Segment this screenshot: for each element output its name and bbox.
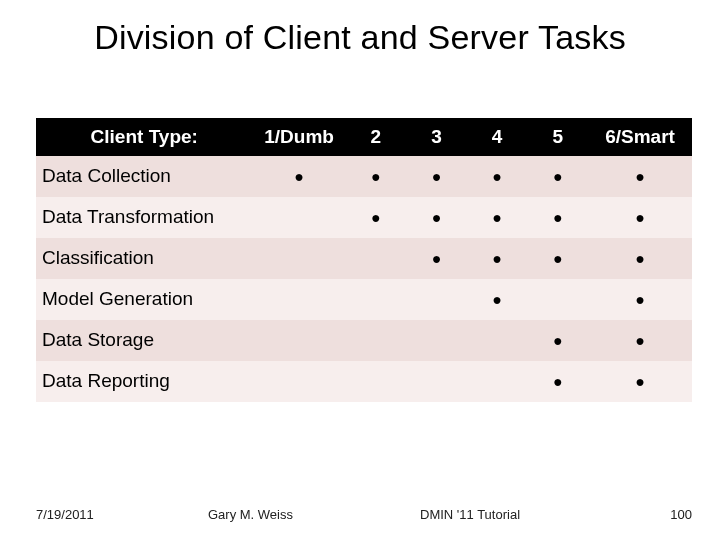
table-row: Data Reporting●●: [36, 361, 692, 402]
cell: ●: [588, 238, 692, 279]
cell: [253, 197, 346, 238]
footer-page: 100: [632, 507, 692, 522]
cell: ●: [588, 156, 692, 197]
footer-venue: DMIN '11 Tutorial: [420, 507, 580, 522]
col-header-5: 5: [527, 118, 588, 156]
dot-icon: ●: [432, 250, 442, 267]
table-row: Data Transformation●●●●●: [36, 197, 692, 238]
cell: [253, 361, 346, 402]
cell: [527, 279, 588, 320]
dot-icon: ●: [635, 168, 645, 185]
cell: [406, 279, 467, 320]
cell: [467, 361, 528, 402]
cell: ●: [467, 279, 528, 320]
col-header-4: 4: [467, 118, 528, 156]
cell: [253, 279, 346, 320]
row-label: Model Generation: [36, 279, 253, 320]
slide-footer: 7/19/2011 Gary M. Weiss DMIN '11 Tutoria…: [36, 507, 692, 522]
dot-icon: ●: [492, 209, 502, 226]
col-header-3: 3: [406, 118, 467, 156]
table-row: Data Storage●●: [36, 320, 692, 361]
row-label: Data Reporting: [36, 361, 253, 402]
col-header-2: 2: [346, 118, 407, 156]
dot-icon: ●: [432, 209, 442, 226]
cell: [346, 279, 407, 320]
cell: ●: [406, 197, 467, 238]
slide-title: Division of Client and Server Tasks: [0, 18, 720, 57]
cell: [253, 320, 346, 361]
dot-icon: ●: [294, 168, 304, 185]
cell: [346, 361, 407, 402]
dot-icon: ●: [635, 332, 645, 349]
dot-icon: ●: [553, 250, 563, 267]
dot-icon: ●: [492, 168, 502, 185]
row-label: Data Storage: [36, 320, 253, 361]
cell: ●: [588, 320, 692, 361]
cell: [406, 320, 467, 361]
cell: ●: [467, 156, 528, 197]
row-label: Data Transformation: [36, 197, 253, 238]
cell: ●: [467, 197, 528, 238]
footer-author: Gary M. Weiss: [208, 507, 368, 522]
row-label: Data Collection: [36, 156, 253, 197]
table-header-row: Client Type: 1/Dumb 2 3 4 5 6/Smart: [36, 118, 692, 156]
cell: ●: [346, 156, 407, 197]
dot-icon: ●: [635, 373, 645, 390]
cell: ●: [527, 197, 588, 238]
table-row: Model Generation●●: [36, 279, 692, 320]
dot-icon: ●: [635, 209, 645, 226]
dot-icon: ●: [492, 250, 502, 267]
task-table: Client Type: 1/Dumb 2 3 4 5 6/Smart Data…: [36, 118, 692, 402]
cell: ●: [588, 361, 692, 402]
dot-icon: ●: [635, 291, 645, 308]
table-row: Data Collection●●●●●●: [36, 156, 692, 197]
cell: ●: [467, 238, 528, 279]
cell: ●: [527, 361, 588, 402]
dot-icon: ●: [553, 168, 563, 185]
col-header-client-type: Client Type:: [36, 118, 253, 156]
cell: ●: [527, 156, 588, 197]
cell: [346, 238, 407, 279]
col-header-6: 6/Smart: [588, 118, 692, 156]
footer-date: 7/19/2011: [36, 507, 156, 522]
dot-icon: ●: [553, 332, 563, 349]
cell: ●: [346, 197, 407, 238]
cell: [406, 361, 467, 402]
slide: Division of Client and Server Tasks Clie…: [0, 0, 720, 540]
cell: [467, 320, 528, 361]
cell: ●: [588, 279, 692, 320]
dot-icon: ●: [432, 168, 442, 185]
cell: ●: [527, 320, 588, 361]
cell: ●: [253, 156, 346, 197]
col-header-1: 1/Dumb: [253, 118, 346, 156]
dot-icon: ●: [371, 168, 381, 185]
dot-icon: ●: [371, 209, 381, 226]
dot-icon: ●: [492, 291, 502, 308]
row-label: Classification: [36, 238, 253, 279]
cell: [346, 320, 407, 361]
cell: [253, 238, 346, 279]
cell: ●: [406, 238, 467, 279]
dot-icon: ●: [635, 250, 645, 267]
cell: ●: [406, 156, 467, 197]
client-server-table: Client Type: 1/Dumb 2 3 4 5 6/Smart Data…: [36, 118, 692, 402]
cell: ●: [588, 197, 692, 238]
table-row: Classification●●●●: [36, 238, 692, 279]
dot-icon: ●: [553, 373, 563, 390]
cell: ●: [527, 238, 588, 279]
dot-icon: ●: [553, 209, 563, 226]
